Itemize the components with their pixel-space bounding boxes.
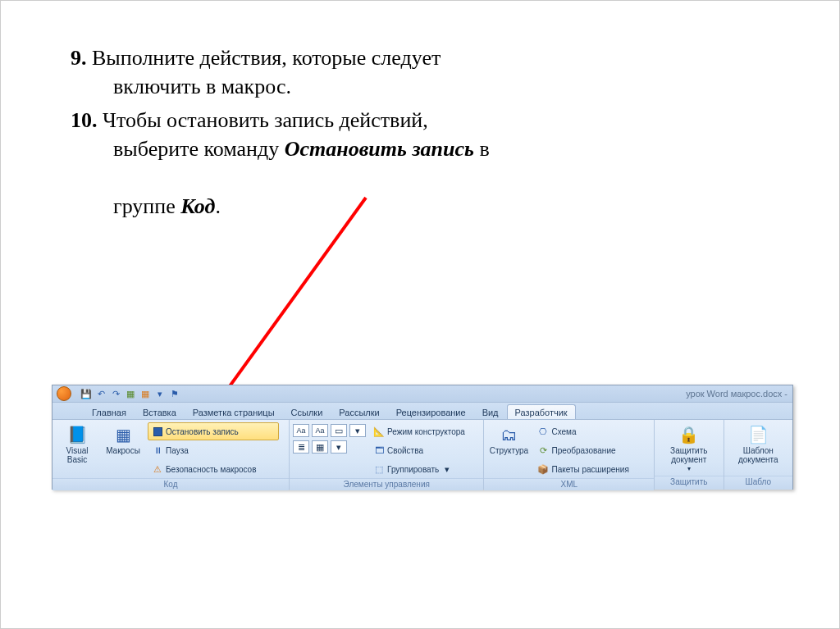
lock-icon: 🔒 bbox=[678, 424, 700, 445]
macro-security-button[interactable]: ⚠ Безопасность макросов bbox=[148, 460, 279, 478]
tab-home[interactable]: Главная bbox=[84, 404, 135, 419]
group-icon: ⬚ bbox=[373, 463, 385, 475]
qat-icon-1[interactable]: ▦ bbox=[125, 388, 136, 399]
item9-line2: включить в макрос. bbox=[71, 72, 776, 101]
emph-stop-record: Остановить запись bbox=[285, 137, 474, 161]
pause-icon: ⏸ bbox=[152, 444, 163, 456]
schema-button[interactable]: ⎔ Схема bbox=[533, 422, 632, 440]
group-xml-title: XML bbox=[484, 478, 654, 490]
warning-icon: ⚠ bbox=[152, 463, 163, 475]
visual-basic-button[interactable]: 📘 Visual Basic bbox=[56, 422, 98, 466]
item10-part3b: . bbox=[215, 194, 221, 218]
undo-icon[interactable]: ↶ bbox=[95, 388, 107, 399]
properties-button[interactable]: 🗔 Свойства bbox=[369, 441, 469, 459]
control-legacy-icon[interactable]: ▾ bbox=[331, 440, 347, 454]
group-templates: 📄 Шаблон документа Шабло bbox=[724, 420, 792, 490]
document-title: урок Word макрос.docx - bbox=[686, 389, 788, 399]
macros-icon: ▦ bbox=[112, 424, 134, 445]
tab-view[interactable]: Вид bbox=[474, 404, 507, 419]
dropdown-icon: ▾ bbox=[441, 463, 453, 475]
ribbon-body: 📘 Visual Basic ▦ Макросы Остановить запи… bbox=[52, 420, 792, 490]
control-date-icon[interactable]: ▦ bbox=[312, 440, 328, 454]
slide: 9. Выполните действия, которые следует в… bbox=[0, 0, 840, 629]
control-img-icon[interactable]: ▭ bbox=[331, 424, 347, 437]
tab-developer[interactable]: Разработчик bbox=[507, 404, 576, 419]
quick-access-toolbar: 💾 ↶ ↷ ▦ ▦ ▾ ⚑ bbox=[80, 388, 180, 399]
tab-mailings[interactable]: Рассылки bbox=[331, 404, 387, 419]
group-code: 📘 Visual Basic ▦ Макросы Остановить запи… bbox=[52, 420, 290, 490]
emph-code-group: Код bbox=[180, 194, 215, 218]
tab-insert[interactable]: Вставка bbox=[135, 404, 185, 419]
template-icon: 📄 bbox=[747, 424, 769, 445]
word-ribbon-screenshot: 💾 ↶ ↷ ▦ ▦ ▾ ⚑ урок Word макрос.docx - Гл… bbox=[52, 385, 793, 490]
save-icon[interactable]: 💾 bbox=[80, 388, 92, 399]
control-combo-icon[interactable]: ▾ bbox=[349, 424, 366, 437]
tab-page-layout[interactable]: Разметка страницы bbox=[185, 404, 283, 419]
design-mode-button[interactable]: 📐 Режим конструктора bbox=[369, 422, 469, 440]
package-icon: 📦 bbox=[537, 463, 549, 475]
group-protect: 🔒 Защитить документ▾ Защитить bbox=[655, 420, 724, 490]
template-button[interactable]: 📄 Шаблон документа bbox=[737, 422, 779, 466]
transform-icon: ⟳ bbox=[537, 444, 549, 456]
expansion-packs-button[interactable]: 📦 Пакеты расширения bbox=[533, 460, 632, 478]
stop-icon bbox=[152, 426, 163, 437]
structure-button[interactable]: 🗂 Структура bbox=[487, 422, 530, 458]
structure-icon: 🗂 bbox=[498, 424, 519, 445]
stop-recording-button[interactable]: Остановить запись bbox=[148, 422, 279, 440]
dropdown-icon: ▾ bbox=[687, 466, 691, 472]
control-aa2-icon[interactable]: Aa bbox=[312, 424, 328, 437]
titlebar: 💾 ↶ ↷ ▦ ▦ ▾ ⚑ урок Word макрос.docx - bbox=[52, 385, 792, 403]
tab-review[interactable]: Рецензирование bbox=[388, 404, 474, 419]
qat-icon-2[interactable]: ▦ bbox=[139, 388, 151, 399]
group-protect-title: Защитить bbox=[655, 476, 723, 490]
group-code-title: Код bbox=[52, 478, 289, 490]
group-controls-title: Элементы управления bbox=[290, 478, 483, 490]
item10-part1: Чтобы остановить запись действий, bbox=[103, 108, 428, 132]
redo-icon[interactable]: ↷ bbox=[110, 388, 121, 399]
transform-button[interactable]: ⟳ Преобразование bbox=[533, 441, 632, 459]
item10-part2b: в bbox=[474, 137, 490, 161]
item10-part3a: группе bbox=[113, 194, 180, 218]
group-templates-title: Шабло bbox=[724, 476, 792, 490]
tab-references[interactable]: Ссылки bbox=[283, 404, 331, 419]
design-mode-icon: 📐 bbox=[373, 426, 385, 437]
item10-part2a: выберите команду bbox=[113, 137, 285, 161]
tab-row: Главная Вставка Разметка страницы Ссылки… bbox=[52, 403, 792, 420]
schema-icon: ⎔ bbox=[537, 426, 549, 437]
group-button[interactable]: ⬚ Группировать▾ bbox=[369, 460, 469, 478]
qat-icon-3[interactable]: ▾ bbox=[154, 388, 166, 399]
protect-document-button[interactable]: 🔒 Защитить документ▾ bbox=[668, 422, 710, 474]
item9-line1: Выполните действия, которые следует bbox=[92, 46, 441, 70]
macros-button[interactable]: ▦ Макросы bbox=[102, 422, 144, 458]
qat-icon-4[interactable]: ⚑ bbox=[169, 388, 180, 399]
instruction-text: 9. Выполните действия, которые следует в… bbox=[71, 43, 776, 226]
control-list-icon[interactable]: ≣ bbox=[293, 440, 309, 454]
pause-button[interactable]: ⏸ Пауза bbox=[148, 441, 279, 459]
item-number-10: 10. bbox=[71, 108, 98, 132]
office-button[interactable] bbox=[52, 385, 75, 402]
group-xml: 🗂 Структура ⎔ Схема ⟳ Преобразование bbox=[484, 420, 655, 490]
item-number-9: 9. bbox=[71, 46, 87, 70]
control-aa-icon[interactable]: Aa bbox=[293, 424, 309, 437]
visual-basic-icon: 📘 bbox=[66, 424, 88, 445]
group-controls: Aa Aa ▭ ▾ ≣ ▦ ▾ 📐 bbox=[290, 420, 484, 490]
properties-icon: 🗔 bbox=[373, 444, 385, 456]
